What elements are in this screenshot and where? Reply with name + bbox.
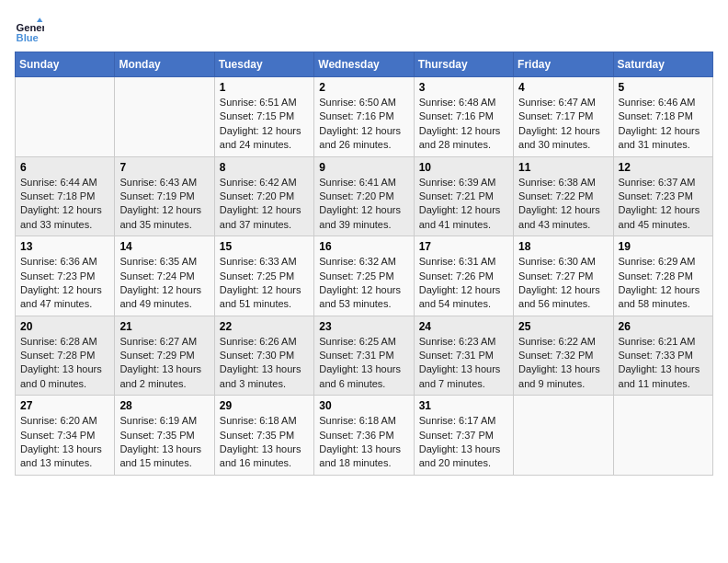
week-row-0: 1Sunrise: 6:51 AMSunset: 7:15 PMDaylight… [16, 77, 713, 157]
day-header-thursday: Thursday [414, 52, 513, 77]
day-info: Sunrise: 6:25 AMSunset: 7:31 PMDaylight:… [319, 335, 408, 392]
day-info: Sunrise: 6:43 AMSunset: 7:19 PMDaylight:… [119, 176, 209, 233]
day-info: Sunrise: 6:22 AMSunset: 7:32 PMDaylight:… [518, 335, 608, 392]
day-info: Sunrise: 6:31 AMSunset: 7:26 PMDaylight:… [419, 255, 508, 312]
day-info: Sunrise: 6:50 AMSunset: 7:16 PMDaylight:… [319, 96, 408, 153]
day-number: 30 [319, 399, 408, 412]
day-number: 18 [518, 240, 608, 253]
day-info: Sunrise: 6:36 AMSunset: 7:23 PMDaylight:… [20, 255, 109, 312]
day-header-tuesday: Tuesday [214, 52, 313, 77]
day-number: 17 [419, 240, 508, 253]
day-cell [115, 77, 214, 157]
day-number: 2 [319, 81, 408, 94]
svg-text:General: General [17, 22, 44, 33]
day-cell: 5Sunrise: 6:46 AMSunset: 7:18 PMDaylight… [613, 77, 712, 157]
day-cell: 9Sunrise: 6:41 AMSunset: 7:20 PMDaylight… [314, 156, 414, 236]
day-number: 15 [220, 240, 309, 253]
day-cell: 15Sunrise: 6:33 AMSunset: 7:25 PMDayligh… [214, 236, 313, 316]
day-cell: 19Sunrise: 6:29 AMSunset: 7:28 PMDayligh… [613, 236, 712, 316]
days-header-row: SundayMondayTuesdayWednesdayThursdayFrid… [16, 52, 713, 77]
day-info: Sunrise: 6:44 AMSunset: 7:18 PMDaylight:… [20, 176, 109, 233]
day-info: Sunrise: 6:46 AMSunset: 7:18 PMDaylight:… [619, 96, 708, 153]
day-cell: 30Sunrise: 6:18 AMSunset: 7:36 PMDayligh… [314, 396, 414, 476]
day-info: Sunrise: 6:39 AMSunset: 7:21 PMDaylight:… [419, 176, 508, 233]
day-number: 25 [518, 320, 608, 333]
day-number: 4 [518, 81, 608, 94]
day-info: Sunrise: 6:35 AMSunset: 7:24 PMDaylight:… [119, 255, 209, 312]
day-cell: 27Sunrise: 6:20 AMSunset: 7:34 PMDayligh… [16, 396, 115, 476]
day-cell: 7Sunrise: 6:43 AMSunset: 7:19 PMDaylight… [115, 156, 214, 236]
day-number: 7 [119, 161, 209, 174]
day-number: 3 [419, 81, 508, 94]
day-cell [16, 77, 115, 157]
day-cell [514, 396, 613, 476]
day-cell: 21Sunrise: 6:27 AMSunset: 7:29 PMDayligh… [115, 316, 214, 396]
day-header-wednesday: Wednesday [314, 52, 414, 77]
svg-text:Blue: Blue [17, 32, 39, 43]
day-number: 27 [20, 399, 109, 412]
day-number: 8 [220, 161, 309, 174]
day-info: Sunrise: 6:26 AMSunset: 7:30 PMDaylight:… [220, 335, 309, 392]
day-number: 29 [220, 399, 309, 412]
day-number: 6 [20, 161, 109, 174]
day-number: 23 [319, 320, 408, 333]
page-container: General Blue SundayMondayTuesdayWednesda… [15, 15, 713, 476]
day-number: 16 [319, 240, 408, 253]
day-number: 9 [319, 161, 408, 174]
day-cell: 31Sunrise: 6:17 AMSunset: 7:37 PMDayligh… [414, 396, 513, 476]
day-info: Sunrise: 6:23 AMSunset: 7:31 PMDaylight:… [419, 335, 508, 392]
day-info: Sunrise: 6:48 AMSunset: 7:16 PMDaylight:… [419, 96, 508, 153]
svg-marker-2 [37, 17, 42, 22]
day-cell: 13Sunrise: 6:36 AMSunset: 7:23 PMDayligh… [16, 236, 115, 316]
week-row-4: 27Sunrise: 6:20 AMSunset: 7:34 PMDayligh… [16, 396, 713, 476]
day-number: 20 [20, 320, 109, 333]
day-info: Sunrise: 6:37 AMSunset: 7:23 PMDaylight:… [619, 176, 708, 233]
day-cell: 1Sunrise: 6:51 AMSunset: 7:15 PMDaylight… [214, 77, 313, 157]
day-number: 13 [20, 240, 109, 253]
day-number: 5 [619, 81, 708, 94]
day-number: 14 [119, 240, 209, 253]
day-cell: 17Sunrise: 6:31 AMSunset: 7:26 PMDayligh… [414, 236, 513, 316]
day-header-monday: Monday [115, 52, 214, 77]
day-info: Sunrise: 6:19 AMSunset: 7:35 PMDaylight:… [119, 414, 209, 471]
header: General Blue [15, 15, 713, 44]
day-info: Sunrise: 6:47 AMSunset: 7:17 PMDaylight:… [518, 96, 608, 153]
logo-icon: General Blue [15, 15, 44, 44]
day-info: Sunrise: 6:33 AMSunset: 7:25 PMDaylight:… [220, 255, 309, 312]
day-cell: 3Sunrise: 6:48 AMSunset: 7:16 PMDaylight… [414, 77, 513, 157]
day-header-friday: Friday [514, 52, 613, 77]
day-header-sunday: Sunday [16, 52, 115, 77]
day-info: Sunrise: 6:32 AMSunset: 7:25 PMDaylight:… [319, 255, 408, 312]
day-info: Sunrise: 6:38 AMSunset: 7:22 PMDaylight:… [518, 176, 608, 233]
week-row-1: 6Sunrise: 6:44 AMSunset: 7:18 PMDaylight… [16, 156, 713, 236]
day-cell: 29Sunrise: 6:18 AMSunset: 7:35 PMDayligh… [214, 396, 313, 476]
day-number: 21 [119, 320, 209, 333]
day-number: 26 [619, 320, 708, 333]
day-info: Sunrise: 6:21 AMSunset: 7:33 PMDaylight:… [619, 335, 708, 392]
day-cell: 10Sunrise: 6:39 AMSunset: 7:21 PMDayligh… [414, 156, 513, 236]
day-number: 24 [419, 320, 508, 333]
day-cell: 22Sunrise: 6:26 AMSunset: 7:30 PMDayligh… [214, 316, 313, 396]
day-number: 31 [419, 399, 508, 412]
calendar-table: SundayMondayTuesdayWednesdayThursdayFrid… [15, 52, 713, 476]
day-info: Sunrise: 6:29 AMSunset: 7:28 PMDaylight:… [619, 255, 708, 312]
day-cell: 11Sunrise: 6:38 AMSunset: 7:22 PMDayligh… [514, 156, 613, 236]
day-cell [613, 396, 712, 476]
day-cell: 14Sunrise: 6:35 AMSunset: 7:24 PMDayligh… [115, 236, 214, 316]
day-cell: 20Sunrise: 6:28 AMSunset: 7:28 PMDayligh… [16, 316, 115, 396]
day-cell: 2Sunrise: 6:50 AMSunset: 7:16 PMDaylight… [314, 77, 414, 157]
day-cell: 23Sunrise: 6:25 AMSunset: 7:31 PMDayligh… [314, 316, 414, 396]
day-cell: 26Sunrise: 6:21 AMSunset: 7:33 PMDayligh… [613, 316, 712, 396]
day-info: Sunrise: 6:28 AMSunset: 7:28 PMDaylight:… [20, 335, 109, 392]
day-cell: 28Sunrise: 6:19 AMSunset: 7:35 PMDayligh… [115, 396, 214, 476]
day-cell: 16Sunrise: 6:32 AMSunset: 7:25 PMDayligh… [314, 236, 414, 316]
day-info: Sunrise: 6:17 AMSunset: 7:37 PMDaylight:… [419, 414, 508, 471]
day-number: 11 [518, 161, 608, 174]
day-cell: 18Sunrise: 6:30 AMSunset: 7:27 PMDayligh… [514, 236, 613, 316]
day-info: Sunrise: 6:41 AMSunset: 7:20 PMDaylight:… [319, 176, 408, 233]
day-info: Sunrise: 6:42 AMSunset: 7:20 PMDaylight:… [220, 176, 309, 233]
day-info: Sunrise: 6:30 AMSunset: 7:27 PMDaylight:… [518, 255, 608, 312]
day-info: Sunrise: 6:18 AMSunset: 7:35 PMDaylight:… [220, 414, 309, 471]
day-cell: 6Sunrise: 6:44 AMSunset: 7:18 PMDaylight… [16, 156, 115, 236]
week-row-3: 20Sunrise: 6:28 AMSunset: 7:28 PMDayligh… [16, 316, 713, 396]
